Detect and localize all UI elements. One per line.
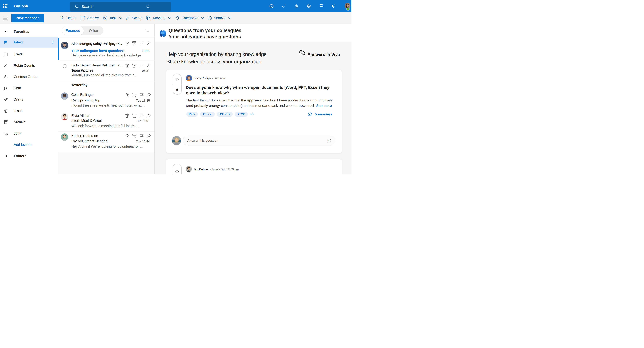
svg-text:8: 8: [296, 5, 297, 7]
svg-text:?: ?: [300, 51, 302, 53]
